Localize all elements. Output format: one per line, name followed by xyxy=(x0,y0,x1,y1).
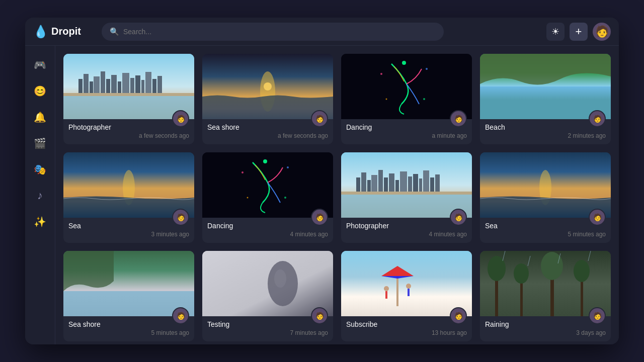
sun-icon: ☀ xyxy=(551,26,559,37)
card-thumbnail xyxy=(202,152,333,218)
card-thumbnail xyxy=(63,251,194,316)
header-actions: ☀ + 🧑 xyxy=(546,23,611,41)
user-avatar[interactable]: 🧑 xyxy=(593,23,611,41)
media-card[interactable]: 🧑 Sea shore a few seconds ago xyxy=(202,54,333,144)
media-card[interactable]: 🧑 Photographer a few seconds ago xyxy=(63,54,194,144)
search-bar[interactable]: 🔍 xyxy=(102,23,444,41)
card-info: 🧑 Testing 7 minutes ago xyxy=(202,316,333,341)
svg-point-61 xyxy=(274,269,286,288)
svg-rect-49 xyxy=(413,174,418,193)
card-avatar: 🧑 xyxy=(589,307,606,324)
svg-rect-12 xyxy=(135,75,140,94)
card-title: Sea shore xyxy=(207,123,328,131)
card-time: 7 minutes ago xyxy=(207,329,328,336)
svg-rect-40 xyxy=(361,172,366,193)
card-avatar: 🧑 xyxy=(172,209,189,226)
mask-icon: 🎭 xyxy=(34,163,46,175)
add-button[interactable]: + xyxy=(570,23,588,41)
card-info: 🧑 Sea 3 minutes ago xyxy=(63,218,194,243)
card-avatar: 🧑 xyxy=(172,110,189,127)
svg-rect-14 xyxy=(145,72,151,94)
svg-point-33 xyxy=(242,171,244,173)
card-info: 🧑 Photographer a few seconds ago xyxy=(63,119,194,144)
svg-point-66 xyxy=(406,284,411,289)
svg-rect-4 xyxy=(90,81,93,94)
sidebar-item-music[interactable]: ♪ xyxy=(29,185,51,207)
media-card[interactable]: 🧑 Sea 3 minutes ago xyxy=(63,152,194,243)
media-card[interactable]: 🧑 Raining 3 days ago xyxy=(480,251,611,341)
svg-point-72 xyxy=(514,263,529,284)
media-card[interactable]: 🧑 Sea 5 minutes ago xyxy=(480,152,611,243)
card-info: 🧑 Dancing a minute ago xyxy=(341,119,472,144)
logo-icon: 💧 xyxy=(33,25,48,39)
body: 🎮 😊 🔔 🎬 🎭 ♪ ✨ xyxy=(25,46,619,344)
card-avatar: 🧑 xyxy=(172,307,189,324)
card-info: 🧑 Beach 2 minutes ago xyxy=(480,119,611,144)
svg-rect-48 xyxy=(408,176,412,193)
app-name: Dropit xyxy=(51,26,81,37)
svg-rect-15 xyxy=(152,79,156,94)
sidebar-item-emoji[interactable]: 😊 xyxy=(29,80,51,102)
media-card[interactable]: 🧑 Sea shore 5 minutes ago xyxy=(63,251,194,341)
theme-toggle-button[interactable]: ☀ xyxy=(546,23,565,41)
search-icon: 🔍 xyxy=(110,27,119,36)
svg-rect-3 xyxy=(84,74,89,94)
card-thumbnail xyxy=(341,54,472,119)
card-avatar: 🧑 xyxy=(589,209,606,226)
media-card[interactable]: 🧑 Subscribe 13 hours ago xyxy=(341,251,472,341)
svg-point-36 xyxy=(284,197,286,199)
card-time: 5 minutes ago xyxy=(485,231,606,238)
content: 🧑 Photographer a few seconds ago xyxy=(55,46,619,344)
header: 💧 Dropit 🔍 ☀ + 🧑 xyxy=(25,18,619,46)
svg-rect-7 xyxy=(106,79,110,94)
svg-point-34 xyxy=(287,166,289,168)
logo: 💧 Dropit xyxy=(33,25,94,39)
svg-rect-46 xyxy=(395,180,399,193)
card-title: Sea shore xyxy=(68,320,189,328)
card-info: 🧑 Sea 5 minutes ago xyxy=(480,218,611,243)
media-card[interactable]: 🧑 Testing 7 minutes ago xyxy=(202,251,333,341)
card-info: 🧑 Sea shore 5 minutes ago xyxy=(63,316,194,341)
sidebar-item-effects[interactable]: ✨ xyxy=(29,211,51,233)
card-title: Dancing xyxy=(346,123,467,131)
music-icon: ♪ xyxy=(37,189,43,202)
card-time: 5 minutes ago xyxy=(68,329,189,336)
svg-rect-41 xyxy=(367,180,371,193)
card-info: 🧑 Photographer 4 minutes ago xyxy=(341,218,472,243)
plus-icon: + xyxy=(576,25,582,38)
svg-rect-17 xyxy=(63,93,194,96)
card-info: 🧑 Dancing 4 minutes ago xyxy=(202,218,333,243)
card-avatar: 🧑 xyxy=(450,307,467,324)
svg-rect-39 xyxy=(356,177,360,193)
sidebar-item-games[interactable]: 🎮 xyxy=(29,54,51,76)
gamepad-icon: 🎮 xyxy=(34,59,46,71)
sidebar-item-films[interactable]: 🎬 xyxy=(29,132,51,154)
card-avatar: 🧑 xyxy=(589,110,606,127)
user-avatar-img: 🧑 xyxy=(595,25,609,38)
card-time: 4 minutes ago xyxy=(207,231,328,238)
svg-point-22 xyxy=(402,61,406,65)
card-title: Photographer xyxy=(346,222,467,230)
svg-point-64 xyxy=(384,286,389,291)
media-card[interactable]: 🧑 Dancing a minute ago xyxy=(341,54,472,144)
sidebar-item-notifications[interactable]: 🔔 xyxy=(29,106,51,128)
svg-rect-62 xyxy=(341,251,472,316)
card-info: 🧑 Sea shore a few seconds ago xyxy=(202,119,333,144)
media-card[interactable]: 🧑 Photographer 4 minutes ago xyxy=(341,152,472,243)
sidebar-item-masks[interactable]: 🎭 xyxy=(29,158,51,180)
card-thumbnail xyxy=(480,54,611,119)
card-thumbnail xyxy=(480,152,611,218)
svg-rect-16 xyxy=(157,76,162,94)
svg-rect-52 xyxy=(430,177,434,193)
card-thumbnail xyxy=(63,54,194,119)
card-time: 3 minutes ago xyxy=(68,231,189,238)
card-time: a few seconds ago xyxy=(68,132,189,139)
media-card[interactable]: 🧑 Beach 2 minutes ago xyxy=(480,54,611,144)
svg-rect-51 xyxy=(423,170,429,193)
card-thumbnail xyxy=(341,152,472,218)
svg-rect-13 xyxy=(141,80,144,94)
card-avatar: 🧑 xyxy=(311,307,328,324)
search-input[interactable] xyxy=(123,28,436,36)
media-card[interactable]: 🧑 Dancing 4 minutes ago xyxy=(202,152,333,243)
card-avatar: 🧑 xyxy=(450,110,467,127)
